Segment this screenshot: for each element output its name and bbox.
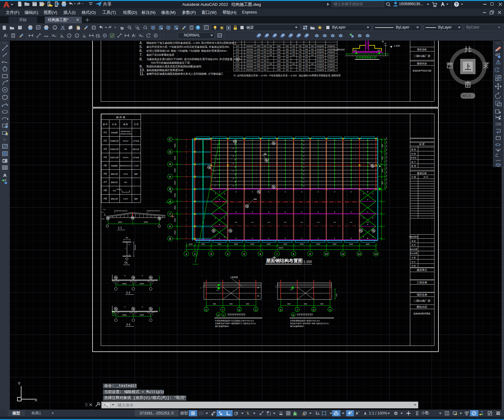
svg-text:2100: 2100 bbox=[277, 51, 280, 53]
svg-text:ZJ6: ZJ6 bbox=[236, 51, 239, 53]
svg-text:屋面横支撑: 屋面横支撑 bbox=[110, 140, 119, 142]
svg-text:600: 600 bbox=[263, 54, 266, 56]
svg-text:7: 7 bbox=[214, 185, 215, 187]
svg-text:4500: 4500 bbox=[174, 180, 176, 185]
svg-text:注 明: 注 明 bbox=[134, 123, 138, 125]
svg-text:#120x4: #120x4 bbox=[123, 140, 128, 142]
svg-text:400: 400 bbox=[305, 63, 308, 65]
svg-text:#16@200: #16@200 bbox=[316, 48, 324, 50]
svg-text:500: 500 bbox=[286, 48, 289, 50]
svg-text:5: 5 bbox=[303, 156, 304, 157]
svg-text:10: 10 bbox=[129, 244, 130, 245]
svg-text:6000: 6000 bbox=[333, 243, 336, 245]
svg-text:200: 200 bbox=[311, 45, 314, 47]
svg-text:1500: 1500 bbox=[386, 178, 387, 181]
svg-text:500: 500 bbox=[263, 66, 266, 68]
svg-text:=6: =6 bbox=[146, 212, 148, 214]
svg-text:5: 5 bbox=[303, 148, 304, 149]
svg-text:8: 8 bbox=[239, 308, 240, 311]
svg-text:审 核: 审 核 bbox=[411, 240, 416, 242]
svg-text:A8: A8 bbox=[103, 189, 107, 192]
svg-text:9: 9 bbox=[255, 308, 257, 311]
svg-text:400X400: 400X400 bbox=[246, 45, 253, 47]
svg-text:4500: 4500 bbox=[174, 205, 176, 210]
svg-text:2: 2 bbox=[367, 237, 368, 239]
svg-text:400: 400 bbox=[305, 57, 308, 59]
svg-text:ZJ7: ZJ7 bbox=[236, 54, 239, 56]
svg-text:Y: Y bbox=[18, 381, 21, 386]
svg-text:300: 300 bbox=[269, 54, 272, 56]
svg-text:-B0X40b-500b/: -B0X40b-500b/ bbox=[121, 131, 131, 132]
svg-text:6000: 6000 bbox=[366, 243, 369, 245]
svg-text:6: 6 bbox=[117, 283, 118, 284]
svg-text:400: 400 bbox=[263, 60, 266, 62]
svg-text:400: 400 bbox=[286, 66, 289, 68]
svg-text:修改记录: 修改记录 bbox=[417, 172, 427, 175]
svg-text:#16@200: #16@200 bbox=[316, 51, 324, 53]
svg-text:?: ? bbox=[197, 26, 199, 29]
svg-text:6000: 6000 bbox=[349, 243, 353, 245]
svg-text:400: 400 bbox=[286, 54, 289, 56]
svg-text:6000: 6000 bbox=[320, 303, 324, 305]
svg-text:#14@200: #14@200 bbox=[328, 54, 335, 56]
svg-text:2: 2 bbox=[351, 211, 352, 213]
svg-text:B6: B6 bbox=[257, 295, 259, 297]
svg-text:11.: 11. bbox=[139, 71, 145, 76]
svg-text:屋面柱支撑: 屋面柱支撑 bbox=[110, 157, 119, 159]
svg-text:1500: 1500 bbox=[386, 141, 387, 144]
svg-text:6000: 6000 bbox=[213, 303, 216, 305]
svg-text:3: 3 bbox=[372, 193, 373, 195]
svg-text:700: 700 bbox=[299, 48, 301, 50]
svg-text:2: 2 bbox=[351, 237, 352, 239]
svg-text:钢筋砼柱下独立基础除注明外基底标高—1.500, 除注明外持: 钢筋砼柱下独立基础除注明外基底标高—1.500, 除注明外持力层为2层粉质粘土 bbox=[146, 41, 237, 44]
svg-text:4500: 4500 bbox=[174, 193, 176, 197]
svg-text:暖 通: 暖 通 bbox=[411, 165, 416, 167]
svg-text:6: 6 bbox=[117, 314, 118, 316]
svg-text:5: 5 bbox=[303, 152, 304, 153]
svg-text:I: I bbox=[243, 63, 243, 65]
svg-text:#14@200: #14@200 bbox=[316, 66, 324, 68]
svg-text:2: 2 bbox=[235, 191, 237, 193]
svg-text:5: 5 bbox=[303, 174, 304, 176]
svg-text:5: 5 bbox=[233, 155, 234, 157]
svg-text:-10X250/-10X250: -10X250/-10X250 bbox=[120, 133, 131, 135]
svg-text:#16@200: #16@200 bbox=[328, 51, 335, 53]
svg-text:建设单位: 建设单位 bbox=[416, 268, 427, 271]
svg-text:5: 5 bbox=[303, 163, 304, 165]
svg-text:6000: 6000 bbox=[234, 243, 238, 245]
svg-text:基础底板的钢筋保护层厚度为40.: 基础底板的钢筋保护层厚度为40. bbox=[146, 69, 184, 72]
svg-text:550: 550 bbox=[263, 57, 266, 59]
svg-text:图纸内容: 图纸内容 bbox=[417, 62, 427, 65]
svg-text:2: 2 bbox=[301, 211, 302, 213]
svg-text:1: 1 bbox=[215, 193, 216, 195]
svg-text:5: 5 bbox=[235, 174, 236, 176]
svg-text:8.: 8. bbox=[139, 57, 143, 61]
svg-text:6: 6 bbox=[135, 314, 136, 316]
svg-text:3: 3 bbox=[210, 252, 212, 255]
svg-text:1300: 1300 bbox=[256, 60, 260, 62]
svg-text:600: 600 bbox=[286, 45, 289, 47]
svg-text:X: X bbox=[35, 398, 37, 402]
svg-text:?????????: ????????? bbox=[297, 313, 313, 317]
svg-text:注: 边列柱柱截面从基顶~—0.400 , 中柱柱截面从基顶: 注: 边列柱柱截面从基顶~—0.400 , 中柱柱截面从基顶~—0.300 , … bbox=[233, 74, 341, 77]
svg-text:400: 400 bbox=[299, 69, 301, 71]
svg-text:水平桁架: 水平桁架 bbox=[133, 157, 139, 158]
svg-text:9: 9 bbox=[329, 308, 331, 311]
svg-text:屋面梁H400x200x6x8: 屋面梁H400x200x6x8 bbox=[114, 210, 127, 212]
svg-text:600: 600 bbox=[286, 51, 289, 53]
svg-text:2: 2 bbox=[334, 211, 335, 213]
svg-text:#14@200: #14@200 bbox=[328, 63, 335, 65]
svg-text:1600: 1600 bbox=[256, 57, 260, 59]
svg-text:7: 7 bbox=[217, 159, 218, 161]
svg-text:500: 500 bbox=[305, 45, 308, 47]
svg-text:6000: 6000 bbox=[300, 243, 304, 245]
svg-text:I: I bbox=[243, 66, 243, 68]
svg-text:方 案: 方 案 bbox=[411, 256, 416, 259]
svg-text:5: 5 bbox=[235, 151, 236, 153]
svg-text:ZJ9: ZJ9 bbox=[236, 60, 239, 62]
svg-text:梅向拉条: 梅向拉条 bbox=[133, 148, 139, 150]
svg-text:60000: 60000 bbox=[279, 247, 283, 249]
svg-text:400: 400 bbox=[299, 57, 301, 59]
svg-text:1900: 1900 bbox=[256, 48, 260, 50]
svg-text:#16@200: #16@200 bbox=[328, 45, 335, 47]
